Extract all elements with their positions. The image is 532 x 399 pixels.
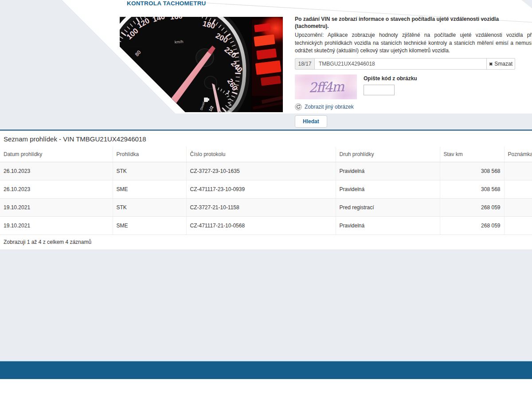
cell-stav-km: 308 568 (440, 162, 504, 180)
column-header-stav: Stav km (440, 147, 504, 162)
captcha-section: 2ff4m Opište kód z obrázku (295, 74, 532, 99)
column-header-poznamka: Poznámka (504, 147, 532, 162)
cell-druh: Pravidelná (336, 217, 440, 235)
footer-band (0, 360, 532, 379)
cell-protokol: CZ-3727-21-10-1158 (186, 199, 336, 217)
results-heading: Seznam prohlídek - VIN TMBGU21UX42946018 (0, 131, 532, 147)
cell-datum: 26.10.2023 (0, 180, 113, 199)
clear-button[interactable]: ✖Smazat (487, 58, 515, 70)
search-button[interactable]: Hledat (295, 115, 327, 128)
cell-datum: 19.10.2021 (0, 199, 113, 217)
speedometer-image: 100 120 140 160 180 200 220 240 260 80 6… (120, 17, 283, 112)
cell-prohlidka: STK (113, 162, 186, 180)
cell-druh: Pravidelná (336, 162, 440, 180)
search-form: Po zadání VIN se zobrazí informace o sta… (295, 16, 532, 128)
captcha-label: Opište kód z obrázku (364, 75, 417, 82)
cell-stav-km: 268 059 (440, 199, 504, 217)
page-title: KONTROLA TACHOMETRU (127, 0, 206, 7)
clear-x-icon: ✖ (489, 62, 493, 66)
vin-counter: 18/17 (295, 58, 314, 70)
captcha-image: 2ff4m (295, 74, 357, 99)
cell-stav-km: 308 568 (440, 180, 504, 199)
cell-poznamka (504, 199, 532, 217)
table-row: 26.10.2023 SME CZ-471117-23-10-0939 Prav… (0, 180, 532, 199)
inspections-table: Datum prohlídky Prohlídka Číslo protokol… (0, 147, 532, 235)
table-row: 26.10.2023 STK CZ-3727-23-10-1635 Pravid… (0, 162, 532, 180)
column-header-prohlidka: Prohlídka (113, 147, 186, 162)
cell-druh: Pred registrací (336, 199, 440, 217)
table-row: 19.10.2021 SME CZ-471117-21-10-0568 Prav… (0, 217, 532, 235)
cell-poznamka (504, 180, 532, 199)
captcha-input[interactable] (364, 85, 395, 95)
clear-button-label: Smazat (494, 61, 512, 67)
intro-text: Upozornění: Aplikace zobrazuje hodnoty z… (295, 31, 532, 55)
speedometer-graphic: 100 120 140 160 180 200 220 240 260 80 6… (120, 17, 283, 112)
captcha-code-text: 2ff4m (308, 78, 344, 95)
vin-input-group: 18/17 ✖Smazat (295, 58, 515, 70)
cell-prohlidka: SME (113, 217, 186, 235)
cell-protokol: CZ-3727-23-10-1635 (186, 162, 336, 180)
intro-bold-text: Po zadání VIN se zobrazí informace o sta… (295, 16, 532, 30)
results-panel: Seznam prohlídek - VIN TMBGU21UX42946018… (0, 131, 532, 250)
cell-poznamka (504, 162, 532, 180)
cell-druh: Pravidelná (336, 180, 440, 199)
results-summary: Zobrazuji 1 až 4 z celkem 4 záznamů (0, 235, 532, 250)
cell-datum: 26.10.2023 (0, 162, 113, 180)
cell-datum: 19.10.2021 (0, 217, 113, 235)
cell-prohlidka: STK (113, 199, 186, 217)
cell-prohlidka: SME (113, 180, 186, 199)
gray-spacer (0, 250, 532, 360)
refresh-captcha-link[interactable]: Zobrazit jiný obrázek (295, 103, 354, 110)
refresh-icon (295, 103, 302, 110)
cell-poznamka (504, 217, 532, 235)
column-header-datum: Datum prohlídky (0, 147, 113, 162)
cell-protokol: CZ-471117-23-10-0939 (186, 180, 336, 199)
cell-stav-km: 268 059 (440, 217, 504, 235)
gauge-unit: km/h (175, 39, 184, 44)
table-row: 19.10.2021 STK CZ-3727-21-10-1158 Pred r… (0, 199, 532, 217)
page-header: KONTROLA TACHOMETRU (0, 0, 532, 129)
cell-protokol: CZ-471117-21-10-0568 (186, 217, 336, 235)
vin-input[interactable] (314, 58, 487, 70)
refresh-link-label: Zobrazit jiný obrázek (305, 104, 354, 110)
table-header-row: Datum prohlídky Prohlídka Číslo protokol… (0, 147, 532, 162)
column-header-druh: Druh prohlídky (336, 147, 440, 162)
column-header-protokol: Číslo protokolu (186, 147, 336, 162)
